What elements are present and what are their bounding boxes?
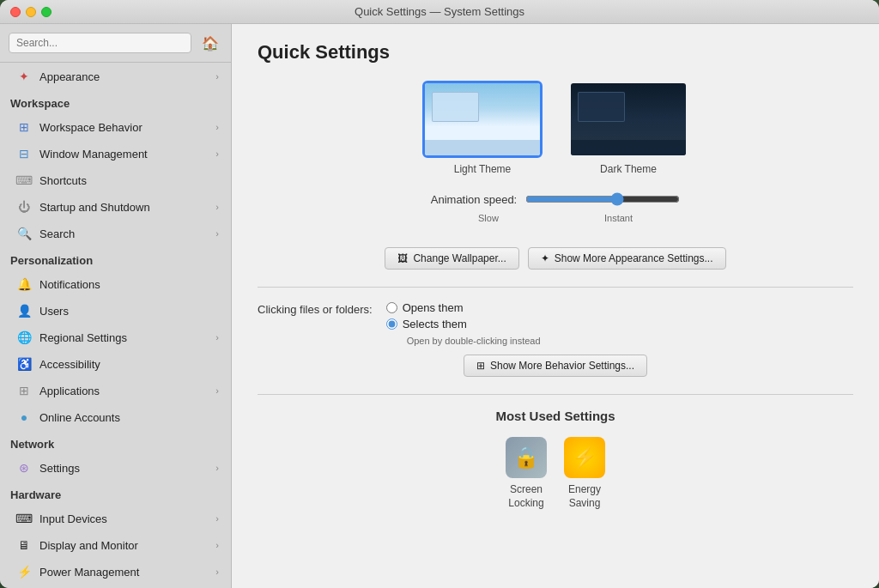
sidebar-item-network-settings[interactable]: ⊛ Settings ›	[3, 455, 227, 481]
arrow-icon: ›	[215, 567, 219, 577]
close-button[interactable]	[10, 7, 21, 17]
sidebar-item-appearance[interactable]: ✦ Appearance ›	[3, 64, 227, 89]
minimize-button[interactable]	[26, 7, 36, 17]
selects-label: Selects them	[403, 318, 467, 330]
appearance-settings-label: Show More Appearance Settings...	[555, 252, 713, 264]
notifications-icon: 🔔	[15, 276, 33, 293]
sidebar-top: 🏠	[0, 24, 231, 63]
double-click-note: Open by double-clicking instead	[407, 336, 541, 346]
speed-labels: Slow Instant	[478, 213, 633, 223]
arrow-icon: ›	[215, 540, 219, 550]
sidebar-item-input-devices[interactable]: ⌨ Input Devices ›	[3, 506, 227, 531]
light-theme-option[interactable]: Light Theme	[422, 81, 543, 175]
users-icon: 👤	[15, 302, 33, 319]
file-behavior-row: Clicking files or folders: Opens them Se…	[258, 301, 853, 346]
instant-label: Instant	[604, 213, 633, 223]
file-behavior-section: Clicking files or folders: Opens them Se…	[258, 301, 853, 377]
sidebar-item-regional-settings[interactable]: 🌐 Regional Settings ›	[3, 324, 227, 350]
arrow-icon: ›	[215, 71, 219, 82]
show-behavior-settings-button[interactable]: ⊞ Show More Behavior Settings...	[464, 355, 647, 377]
sidebar-label: Power Management	[39, 566, 215, 579]
behavior-button-row: ⊞ Show More Behavior Settings...	[258, 355, 853, 377]
main-window: Quick Settings — System Settings 🏠 ✦ App…	[0, 0, 879, 588]
main-content: Quick Settings Light Theme	[232, 24, 879, 588]
opens-option[interactable]: Opens them	[386, 301, 541, 314]
sidebar-item-online-accounts[interactable]: ● Online Accounts	[3, 404, 227, 430]
behavior-settings-icon: ⊞	[476, 360, 485, 372]
sidebar-label: Regional Settings	[39, 331, 215, 344]
network-settings-icon: ⊛	[15, 459, 33, 476]
regional-icon: 🌐	[15, 329, 33, 346]
most-used-section: Most Used Settings 🔒 ScreenLocking ⚡ Ene…	[258, 409, 853, 510]
speed-labels-row: Slow Instant	[478, 213, 633, 223]
sidebar-item-startup-shutdown[interactable]: ⏻ Startup and Shutdown ›	[3, 194, 227, 220]
window-title: Quick Settings — System Settings	[355, 5, 524, 18]
screen-locking-icon: 🔒	[506, 437, 547, 478]
page-title: Quick Settings	[258, 41, 853, 64]
search-input[interactable]	[9, 33, 191, 53]
titlebar: Quick Settings — System Settings	[0, 0, 879, 24]
dark-preview-taskbar	[571, 140, 686, 155]
screen-locking-item[interactable]: 🔒 ScreenLocking	[506, 437, 547, 510]
theme-selector: Light Theme Dark Theme	[258, 81, 853, 175]
arrow-icon: ›	[215, 122, 219, 132]
sidebar-item-search[interactable]: 🔍 Search ›	[3, 221, 227, 246]
shortcuts-icon: ⌨	[15, 172, 33, 189]
light-preview-window	[432, 92, 479, 122]
sidebar-item-window-management[interactable]: ⊟ Window Management ›	[3, 141, 227, 167]
sidebar-item-applications[interactable]: ⊞ Applications ›	[3, 378, 227, 403]
show-appearance-settings-button[interactable]: ✦ Show More Appearance Settings...	[528, 247, 726, 270]
sidebar-item-users[interactable]: 👤 Users	[3, 298, 227, 324]
sidebar-label: Applications	[39, 385, 215, 397]
selects-radio[interactable]	[386, 318, 397, 330]
sidebar-label: Workspace Behavior	[39, 121, 215, 134]
sidebar-item-workspace-behavior[interactable]: ⊞ Workspace Behavior ›	[3, 114, 227, 140]
slow-label: Slow	[478, 213, 499, 223]
maximize-button[interactable]	[41, 7, 52, 17]
screen-locking-label: ScreenLocking	[508, 483, 543, 510]
section-header-hardware: Hardware	[0, 482, 231, 505]
animation-speed-label: Animation speed:	[431, 193, 517, 206]
appearance-icon: ✦	[15, 68, 33, 85]
animation-speed-container: Animation speed: Slow Instant	[258, 192, 853, 235]
sidebar-item-power-management[interactable]: ⚡ Power Management ›	[3, 559, 227, 585]
arrow-icon: ›	[215, 385, 219, 396]
arrow-icon: ›	[215, 513, 219, 524]
action-buttons-row: 🖼 Change Wallpaper... ✦ Show More Appear…	[258, 247, 853, 270]
home-button[interactable]: 🏠	[198, 31, 222, 55]
file-behavior-label: Clicking files or folders:	[258, 301, 373, 316]
appearance-settings-icon: ✦	[541, 252, 549, 264]
section-divider-2	[258, 394, 853, 395]
home-icon: 🏠	[202, 35, 219, 52]
sidebar-label: Shortcuts	[39, 174, 219, 187]
opens-radio[interactable]	[386, 302, 397, 313]
sidebar-item-display-monitor[interactable]: 🖥 Display and Monitor ›	[3, 532, 227, 558]
opens-label: Opens them	[403, 301, 464, 314]
light-theme-label: Light Theme	[454, 163, 512, 175]
selects-option[interactable]: Selects them	[386, 318, 541, 330]
dark-theme-option[interactable]: Dark Theme	[568, 81, 688, 175]
dark-theme-preview[interactable]	[568, 81, 688, 158]
sidebar-label: Accessibility	[39, 358, 219, 371]
workspace-behavior-icon: ⊞	[15, 118, 33, 136]
sidebar-item-notifications[interactable]: 🔔 Notifications	[3, 271, 227, 297]
accessibility-icon: ♿	[15, 355, 33, 373]
section-header-network: Network	[0, 431, 231, 454]
change-wallpaper-button[interactable]: 🖼 Change Wallpaper...	[385, 247, 518, 270]
energy-saving-icon: ⚡	[564, 437, 605, 478]
sidebar-label: Online Accounts	[39, 411, 219, 424]
arrow-icon: ›	[215, 332, 219, 342]
sidebar-label: Display and Monitor	[39, 539, 215, 552]
sidebar-item-label: Appearance	[39, 70, 215, 83]
light-theme-preview[interactable]	[422, 81, 543, 158]
animation-speed-slider[interactable]	[525, 192, 680, 206]
sidebar-item-accessibility[interactable]: ♿ Accessibility	[3, 351, 227, 377]
energy-saving-item[interactable]: ⚡ EnergySaving	[564, 437, 605, 510]
dark-preview-window	[578, 92, 625, 122]
arrow-icon: ›	[215, 149, 219, 159]
sidebar-item-shortcuts[interactable]: ⌨ Shortcuts	[3, 167, 227, 193]
window-mgmt-icon: ⊟	[15, 145, 33, 162]
section-header-workspace: Workspace	[0, 90, 231, 113]
dark-preview-bg	[571, 83, 686, 155]
sidebar-label: Users	[39, 305, 219, 318]
